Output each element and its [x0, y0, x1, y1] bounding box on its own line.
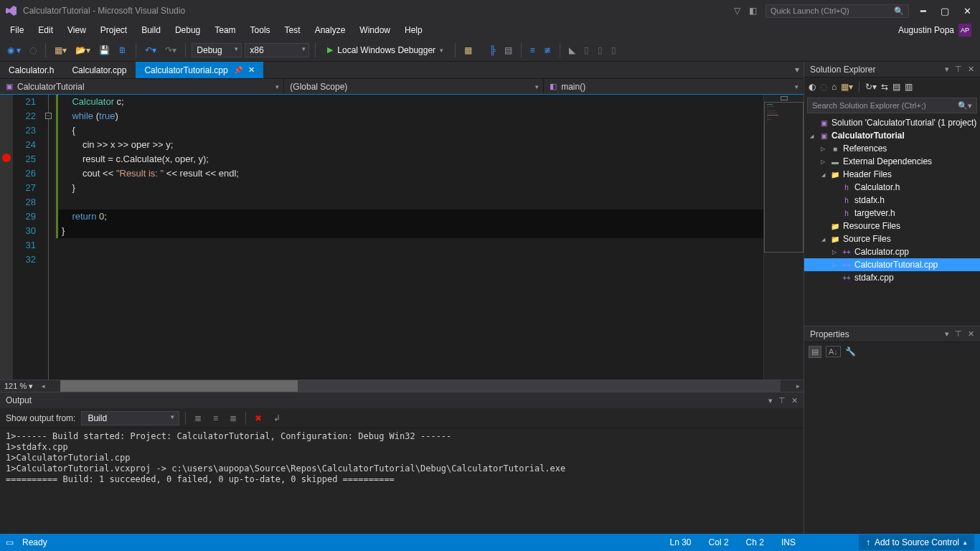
document-tab[interactable]: CalculatorTutorial.cpp📌✕	[136, 62, 263, 78]
solution-explorer-search[interactable]: Search Solution Explorer (Ctrl+;) 🔍▾	[807, 98, 977, 113]
menu-analyze[interactable]: Analyze	[308, 23, 353, 37]
tree-item[interactable]: ▬External Dependencies	[804, 155, 980, 168]
output-tb-2[interactable]: ≡	[210, 412, 221, 425]
open-file-button[interactable]: 📂▾	[72, 43, 93, 57]
tree-item[interactable]: ++stdafx.cpp	[804, 271, 980, 284]
tree-item[interactable]: ++Calculator.cpp	[804, 245, 980, 258]
start-debugging-button[interactable]: ▶ Local Windows Debugger ▾	[321, 44, 449, 57]
props-categorized-icon[interactable]: ▤	[809, 346, 821, 358]
nav-scope-dropdown[interactable]: (Global Scope)	[284, 79, 544, 94]
solution-config-dropdown[interactable]: Debug	[192, 43, 242, 57]
quick-launch-input[interactable]: Quick Launch (Ctrl+Q) 🔍	[765, 4, 909, 18]
notifications-icon[interactable]: ▽	[734, 6, 740, 16]
document-tab[interactable]: Calculator.h	[0, 62, 63, 78]
tree-item[interactable]: 📁Resource Files	[804, 220, 980, 232]
close-button[interactable]: ✕	[961, 6, 974, 17]
menu-project[interactable]: Project	[93, 23, 134, 37]
zoom-level-dropdown[interactable]: 121 % ▾	[0, 382, 37, 391]
uncomment-button[interactable]: ≢	[541, 43, 554, 57]
se-home-icon[interactable]: ⌂	[831, 82, 837, 92]
tree-expand-icon[interactable]	[819, 235, 827, 242]
tree-item[interactable]: hCalculator.h	[804, 181, 980, 194]
solution-explorer-tree[interactable]: ▣Solution 'CalculatorTutorial' (1 projec…	[804, 115, 980, 326]
hscroll-right-arrow[interactable]: ▸	[792, 382, 804, 390]
tree-item[interactable]: ■References	[804, 142, 980, 155]
feedback-icon[interactable]: ◧	[749, 6, 757, 16]
hscroll-left-arrow[interactable]: ◂	[37, 382, 49, 390]
output-clear-icon[interactable]: ✖	[252, 412, 265, 425]
redo-button[interactable]: ↷▾	[162, 43, 179, 57]
split-handle-icon[interactable]	[781, 96, 788, 100]
se-back-icon[interactable]: ◐	[809, 82, 816, 92]
nav-member-dropdown[interactable]: ◧main()	[544, 79, 804, 94]
tree-expand-icon[interactable]	[807, 132, 816, 139]
tree-expand-icon[interactable]	[819, 145, 827, 152]
output-close-icon[interactable]: ✕	[791, 396, 798, 405]
output-pin-icon[interactable]: ⊤	[778, 396, 786, 405]
overview-scrollbar[interactable]: ▬▬▬▬▬▬▬▬▬▬▬▬▬▬▬▬▬▬▬▬▬▬▬▬▬▬▬▬▬▬▬▬▬▬▬▬	[763, 95, 804, 380]
nav-forward-button[interactable]: ◌	[27, 43, 39, 57]
undo-button[interactable]: ↶▾	[142, 43, 159, 57]
props-dropdown-icon[interactable]: ▾	[945, 329, 949, 339]
document-tab[interactable]: Calculator.cpp	[63, 62, 136, 78]
fold-toggle-icon[interactable]: −	[45, 113, 52, 119]
nav-class-dropdown[interactable]: ▣CalculatorTutorial	[0, 79, 284, 94]
tb-icon-2[interactable]: ╠	[486, 43, 499, 57]
se-refresh-icon[interactable]: ↻▾	[865, 82, 877, 92]
tree-item[interactable]: htargetver.h	[804, 207, 980, 220]
props-wrench-icon[interactable]: 🔧	[845, 347, 856, 357]
comment-button[interactable]: ≡	[527, 43, 538, 57]
breakpoint-gutter[interactable]	[0, 95, 13, 380]
output-text[interactable]: 1>------ Build started: Project: Calcula…	[0, 428, 804, 534]
tree-expand-icon[interactable]	[819, 158, 827, 165]
tree-expand-icon[interactable]	[830, 261, 839, 268]
save-button[interactable]: 💾	[96, 43, 113, 57]
menu-test[interactable]: Test	[278, 23, 308, 37]
tree-item[interactable]: ▣Solution 'CalculatorTutorial' (1 projec…	[804, 116, 980, 129]
menu-tools[interactable]: Tools	[243, 23, 278, 37]
bookmark-button[interactable]: ◣	[566, 43, 578, 57]
menu-view[interactable]: View	[60, 23, 93, 37]
props-close-icon[interactable]: ✕	[968, 329, 974, 339]
se-showall-icon[interactable]: ▤	[892, 82, 900, 92]
fold-gutter[interactable]: −	[43, 95, 56, 380]
output-tb-3[interactable]: ≣	[227, 412, 240, 425]
output-source-dropdown[interactable]: Build	[81, 411, 179, 425]
close-tab-icon[interactable]: ✕	[248, 65, 255, 75]
tb-icon-5[interactable]: ▯	[595, 43, 606, 57]
breakpoint-icon[interactable]	[2, 154, 11, 162]
tb-icon-4[interactable]: ▯	[581, 43, 592, 57]
tree-item[interactable]: 📁Source Files	[804, 232, 980, 245]
tree-item[interactable]: hstdafx.h	[804, 194, 980, 207]
menu-build[interactable]: Build	[134, 23, 168, 37]
output-tb-1[interactable]: ≣	[192, 412, 204, 425]
menu-window[interactable]: Window	[352, 23, 397, 37]
menu-file[interactable]: File	[3, 23, 31, 37]
output-dropdown-icon[interactable]: ▾	[768, 396, 773, 405]
se-dropdown-icon[interactable]: ▾	[945, 65, 949, 74]
save-all-button[interactable]: 🗎	[116, 43, 130, 57]
add-to-source-control-button[interactable]: ↑ Add to Source Control ▴	[859, 534, 974, 550]
tb-icon-6[interactable]: ▯	[608, 43, 619, 57]
code-editor[interactable]: 212223242526272829303132 − Calculator c;…	[0, 95, 804, 380]
se-pin-icon[interactable]: ⊤	[955, 65, 962, 74]
tab-overflow-icon[interactable]: ▾	[791, 62, 804, 78]
output-toggle-wrap-icon[interactable]: ↲	[270, 412, 283, 425]
maximize-button[interactable]: ▢	[938, 6, 952, 17]
menu-help[interactable]: Help	[397, 23, 430, 37]
se-properties-icon[interactable]: ▥	[905, 82, 913, 92]
menu-debug[interactable]: Debug	[168, 23, 207, 37]
minimize-button[interactable]: ━	[918, 6, 929, 17]
se-close-icon[interactable]: ✕	[968, 65, 974, 74]
props-alpha-icon[interactable]: A↓	[826, 346, 841, 357]
props-pin-icon[interactable]: ⊤	[955, 329, 962, 339]
tree-expand-icon[interactable]	[819, 171, 827, 178]
tb-icon-3[interactable]: ▤	[501, 43, 515, 57]
tree-item[interactable]: 📁Header Files	[804, 168, 980, 181]
tb-icon-1[interactable]: ▦	[461, 43, 475, 57]
solution-platform-dropdown[interactable]: x86	[245, 43, 309, 57]
new-project-button[interactable]: ▦▾	[52, 43, 70, 57]
nav-back-button[interactable]: ◉ ▾	[4, 43, 24, 57]
tree-expand-icon[interactable]	[830, 248, 839, 255]
tree-item[interactable]: ▣CalculatorTutorial	[804, 129, 980, 142]
